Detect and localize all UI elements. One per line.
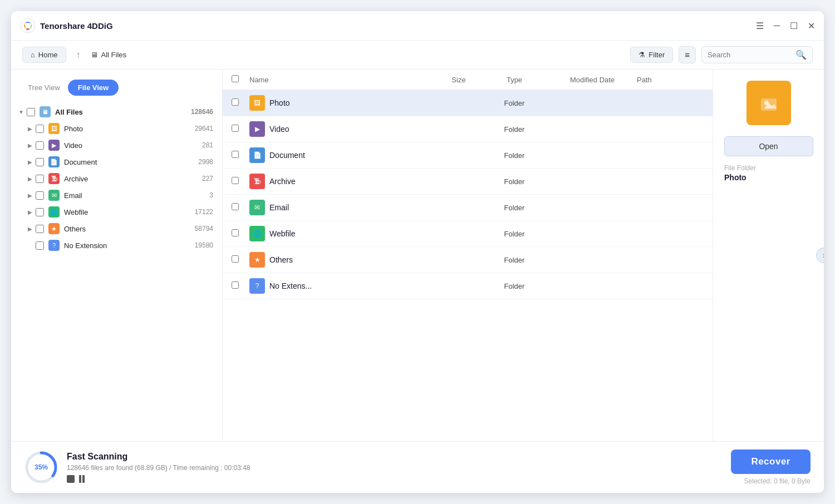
main-content: Tree View File View ▼ 🖥 All Files 128646…: [11, 70, 824, 441]
table-row[interactable]: ✉ Email Folder: [223, 195, 713, 221]
table-row[interactable]: ▶ Video Folder: [223, 116, 713, 142]
file-view-button[interactable]: File View: [68, 80, 119, 96]
list-icon: ≡: [685, 50, 690, 60]
others-checkbox[interactable]: [36, 225, 44, 233]
row-checkbox[interactable]: [232, 98, 239, 106]
preview-meta-value: Photo: [719, 173, 746, 182]
col-header-type: Type: [481, 76, 548, 84]
row-checkbox[interactable]: [232, 177, 239, 184]
video-icon: ▶: [48, 140, 60, 151]
file-type: Folder: [481, 125, 548, 134]
sidebar-item-count: 19580: [195, 241, 213, 249]
all-files-checkbox[interactable]: [27, 108, 35, 116]
list-view-button[interactable]: ≡: [679, 46, 696, 63]
sidebar-item-count: 29641: [195, 125, 213, 132]
document-checkbox[interactable]: [36, 158, 44, 166]
row-checkbox[interactable]: [232, 281, 239, 289]
row-checkbox[interactable]: [232, 203, 239, 210]
row-checkbox[interactable]: [232, 151, 239, 158]
toolbar: ⌂ Home ↑ 🖥 All Files ⚗ Filter ≡ 🔍: [11, 41, 824, 70]
search-box[interactable]: 🔍: [701, 46, 813, 63]
breadcrumb-label: All Files: [101, 51, 127, 59]
expand-arrow-icon: ▶: [27, 126, 33, 132]
status-bar: 35% Fast Scanning 128646 files are found…: [11, 441, 824, 493]
sidebar-item-archive[interactable]: ▶ 🗜 Archive 227: [11, 170, 222, 187]
sidebar: Tree View File View ▼ 🖥 All Files 128646…: [11, 70, 223, 441]
sidebar-item-document[interactable]: ▶ 📄 Document 2998: [11, 154, 222, 170]
sidebar-item-count: 58794: [195, 225, 213, 233]
pause-button[interactable]: [79, 475, 85, 483]
file-list-body: 🖼 Photo Folder ▶ V: [223, 90, 713, 441]
sidebar-item-label: Others: [64, 225, 193, 233]
minimize-icon[interactable]: ─: [774, 21, 780, 31]
table-row[interactable]: 🗜 Archive Folder: [223, 169, 713, 195]
filter-label: Filter: [649, 51, 665, 59]
stop-button[interactable]: [67, 475, 75, 483]
table-row[interactable]: ? No Extens... Folder: [223, 273, 713, 299]
file-type: Folder: [481, 99, 548, 107]
file-type: Folder: [481, 230, 548, 238]
scan-details: 128646 files are found (68.89 GB) / Time…: [67, 464, 731, 472]
recover-area: Recover Selected: 0 file, 0 Byte: [731, 449, 811, 485]
email-checkbox[interactable]: [36, 191, 44, 200]
col-header-path: Path: [637, 76, 704, 84]
expand-arrow-icon: ▶: [27, 192, 33, 199]
search-input[interactable]: [708, 51, 792, 59]
recover-button[interactable]: Recover: [731, 449, 811, 474]
row-checkbox[interactable]: [232, 255, 239, 263]
sidebar-item-label: Video: [64, 141, 200, 150]
window-controls: ☰ ─ ☐ ✕: [756, 21, 815, 31]
file-name: Others: [269, 255, 436, 264]
noext-checkbox[interactable]: [36, 241, 44, 250]
archive-checkbox[interactable]: [36, 175, 44, 183]
sidebar-item-count: 227: [202, 175, 213, 182]
home-button[interactable]: ⌂ Home: [22, 47, 66, 63]
sidebar-item-label: Document: [64, 158, 196, 166]
webfile-checkbox[interactable]: [36, 208, 44, 216]
file-type: Folder: [481, 177, 548, 186]
sidebar-item-others[interactable]: ▶ ★ Others 58794: [11, 220, 222, 237]
menu-icon[interactable]: ☰: [756, 21, 764, 31]
noext-row-icon: ?: [249, 278, 265, 294]
table-row[interactable]: 🖼 Photo Folder: [223, 90, 713, 116]
pause-bar-right: [82, 475, 85, 483]
file-list-area: Name Size Type Modified Date Path 🖼 Phot…: [223, 70, 713, 441]
app-title: Tenorshare 4DDiG: [40, 21, 756, 31]
expand-arrow-icon: ▶: [27, 176, 33, 182]
expand-arrow-icon: ▶: [27, 226, 33, 232]
video-checkbox[interactable]: [36, 141, 44, 150]
sidebar-item-count: 128646: [191, 108, 213, 116]
sidebar-item-photo[interactable]: ▶ 🖼 Photo 29641: [11, 120, 222, 137]
photo-checkbox[interactable]: [36, 125, 44, 133]
filter-button[interactable]: ⚗ Filter: [630, 47, 673, 63]
table-row[interactable]: 🌐 Webfile Folder: [223, 221, 713, 247]
sidebar-item-noext[interactable]: ▶ ? No Extension 19580: [11, 237, 222, 254]
back-button[interactable]: ↑: [72, 48, 85, 62]
row-checkbox[interactable]: [232, 229, 239, 236]
file-name: Webfile: [269, 229, 436, 238]
breadcrumb: 🖥 All Files: [91, 51, 127, 59]
sidebar-item-all-files[interactable]: ▼ 🖥 All Files 128646: [11, 103, 222, 120]
table-row[interactable]: 📄 Document Folder: [223, 142, 713, 169]
sidebar-item-label: Photo: [64, 125, 193, 133]
sidebar-item-email[interactable]: ▶ ✉ Email 3: [11, 187, 222, 204]
pause-bar-left: [79, 475, 81, 483]
sidebar-item-webfile[interactable]: ▶ 🌐 Webfile 17122: [11, 204, 222, 220]
close-icon[interactable]: ✕: [808, 21, 815, 31]
view-toggle: Tree View File View: [11, 75, 222, 103]
home-label: Home: [38, 51, 58, 59]
expand-panel-button[interactable]: ›: [816, 248, 824, 263]
col-header-modified: Modified Date: [548, 76, 637, 84]
sidebar-item-video[interactable]: ▶ ▶ Video 281: [11, 137, 222, 154]
sidebar-item-label: All Files: [55, 108, 189, 116]
tree-view-button[interactable]: Tree View: [20, 80, 68, 95]
file-name: Photo: [269, 98, 436, 107]
table-row[interactable]: ★ Others Folder: [223, 247, 713, 273]
maximize-icon[interactable]: ☐: [790, 21, 798, 31]
back-icon: ↑: [76, 50, 81, 60]
open-button[interactable]: Open: [724, 136, 813, 156]
email-row-icon: ✉: [249, 200, 265, 215]
row-checkbox[interactable]: [232, 125, 239, 132]
archive-icon: 🗜: [48, 173, 60, 184]
select-all-checkbox[interactable]: [232, 75, 239, 82]
